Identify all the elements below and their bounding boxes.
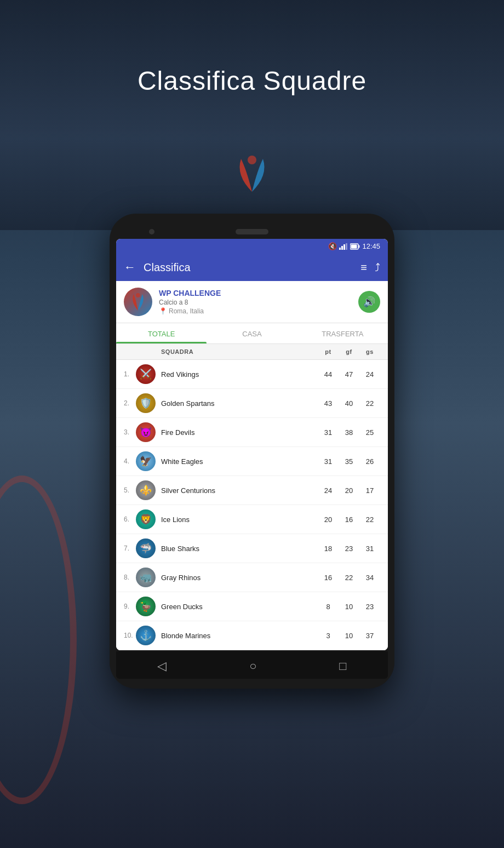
team-rank: 8.	[124, 574, 136, 581]
page-title: Classifica Squadre	[0, 66, 504, 96]
team-logo: 🦈	[136, 538, 156, 558]
notify-button[interactable]: 🔊	[358, 291, 380, 313]
team-gf: 22	[339, 574, 359, 582]
team-pt: 20	[318, 515, 339, 524]
table-row[interactable]: 4. 🦅 White Eagles 31 35 26	[116, 447, 388, 476]
team-pt: 44	[318, 370, 339, 379]
team-name: Blonde Marines	[161, 632, 318, 640]
svg-rect-7	[359, 245, 360, 248]
team-pt: 43	[318, 399, 339, 408]
team-rank: 3.	[124, 428, 136, 436]
table-row[interactable]: 9. 🦆 Green Ducks 8 10 23	[116, 592, 388, 621]
phone-shell: 🔇 12:45 ← Classifica ≡	[110, 214, 394, 689]
team-rank: 2.	[124, 399, 136, 407]
svg-rect-6	[351, 244, 357, 248]
status-time: 12:45	[362, 242, 380, 250]
team-name: Green Ducks	[161, 603, 318, 611]
team-name: Gray Rhinos	[161, 574, 318, 582]
team-rank: 9.	[124, 603, 136, 610]
team-rank: 5.	[124, 486, 136, 494]
signal-icon	[339, 243, 348, 250]
team-gs: 34	[359, 574, 380, 582]
team-name: White Eagles	[161, 457, 318, 466]
team-pt: 31	[318, 428, 339, 437]
league-name: WP CHALLENGE	[159, 289, 352, 297]
table-row[interactable]: 8. 🦏 Gray Rhinos 16 22 34	[116, 563, 388, 592]
team-pt: 3	[318, 632, 339, 640]
team-name: Ice Lions	[161, 515, 318, 524]
back-button[interactable]: ←	[124, 260, 136, 274]
status-icons: 🔇 12:45	[328, 242, 380, 250]
team-gf: 40	[339, 399, 359, 408]
team-logo: 🦅	[136, 451, 156, 471]
team-logo: 🦁	[136, 509, 156, 529]
phone-screen: 🔇 12:45 ← Classifica ≡	[116, 239, 388, 650]
team-logo: ⚜️	[136, 480, 156, 500]
nav-recents-button[interactable]: □	[339, 659, 346, 673]
team-logo: 🛡️	[136, 393, 156, 413]
notify-icon: 🔊	[363, 296, 375, 308]
team-rank: 6.	[124, 515, 136, 523]
table-row[interactable]: 6. 🦁 Ice Lions 20 16 22	[116, 505, 388, 534]
phone-camera	[149, 229, 154, 234]
team-gs: 17	[359, 486, 380, 495]
team-gs: 23	[359, 603, 380, 611]
table-row[interactable]: 10. ⚓ Blonde Marines 3 10 37	[116, 621, 388, 650]
svg-rect-1	[339, 248, 341, 250]
team-rank: 7.	[124, 545, 136, 552]
team-rows-container: 1. ⚔️ Red Vikings 44 47 24 2. 🛡️ Golden …	[116, 360, 388, 650]
team-logo: 🦏	[136, 568, 156, 587]
team-logo: ⚓	[136, 626, 156, 645]
league-header: WP CHALLENGE Calcio a 8 📍 Roma, Italia 🔊	[116, 281, 388, 323]
nav-back-button[interactable]: ◁	[157, 659, 167, 673]
team-gf: 23	[339, 545, 359, 553]
svg-rect-3	[343, 244, 345, 250]
team-gf: 10	[339, 603, 359, 611]
location-pin-icon: 📍	[159, 307, 167, 315]
menu-icon[interactable]: ≡	[360, 261, 367, 274]
table-row[interactable]: 7. 🦈 Blue Sharks 18 23 31	[116, 534, 388, 563]
app-bar-title: Classifica	[144, 261, 353, 274]
phone-nav-bar: ◁ ○ □	[116, 651, 388, 679]
table-row[interactable]: 3. 😈 Fire Devils 31 38 25	[116, 418, 388, 447]
table-row[interactable]: 1. ⚔️ Red Vikings 44 47 24	[116, 360, 388, 389]
th-gf: gf	[339, 348, 359, 355]
th-squadra: SQUADRA	[161, 348, 318, 355]
team-gf: 35	[339, 457, 359, 466]
team-gf: 47	[339, 370, 359, 379]
svg-rect-2	[341, 246, 343, 250]
team-gf: 10	[339, 632, 359, 640]
team-gs: 24	[359, 370, 380, 379]
tabs-bar: TOTALE CASA TRASFERTA	[116, 323, 388, 344]
svg-point-8	[136, 293, 140, 297]
table-row[interactable]: 5. ⚜️ Silver Centurions 24 20 17	[116, 476, 388, 505]
team-pt: 31	[318, 457, 339, 466]
team-name: Red Vikings	[161, 370, 318, 379]
team-gs: 22	[359, 515, 380, 524]
th-pt: pt	[318, 348, 339, 355]
tab-totale[interactable]: TOTALE	[116, 323, 207, 343]
team-rank: 4.	[124, 457, 136, 465]
status-bar: 🔇 12:45	[116, 239, 388, 254]
team-name: Blue Sharks	[161, 545, 318, 553]
team-gs: 25	[359, 428, 380, 437]
team-logo: 🦆	[136, 597, 156, 616]
team-gf: 20	[339, 486, 359, 495]
phone-speaker	[236, 229, 268, 234]
team-gf: 38	[339, 428, 359, 437]
phone-top	[116, 229, 388, 234]
team-pt: 24	[318, 486, 339, 495]
table-row[interactable]: 2. 🛡️ Golden Spartans 43 40 22	[116, 389, 388, 418]
league-sub: Calcio a 8	[159, 299, 352, 306]
th-gs: gs	[359, 348, 380, 355]
team-name: Fire Devils	[161, 428, 318, 437]
team-name: Silver Centurions	[161, 486, 318, 495]
tab-casa[interactable]: CASA	[207, 323, 297, 343]
team-rank: 10.	[124, 632, 136, 639]
team-rank: 1.	[124, 370, 136, 378]
nav-home-button[interactable]: ○	[249, 659, 256, 673]
share-icon[interactable]: ⤴	[375, 261, 380, 274]
team-gs: 31	[359, 545, 380, 553]
tab-trasferta[interactable]: TRASFERTA	[297, 323, 388, 343]
team-logo: ⚔️	[136, 364, 156, 384]
